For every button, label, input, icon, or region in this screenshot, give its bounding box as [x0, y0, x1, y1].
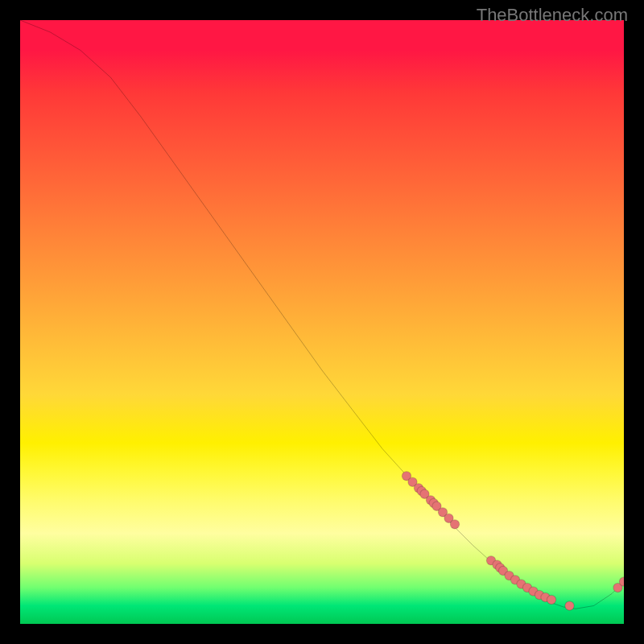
data-point: [450, 520, 459, 529]
data-point: [547, 595, 555, 604]
bottleneck-curve: [20, 20, 624, 609]
watermark-label: TheBottleneck.com: [477, 5, 628, 26]
chart-svg: [20, 20, 624, 624]
data-point: [565, 601, 574, 610]
chart-area: [20, 20, 624, 624]
data-points: [402, 472, 624, 611]
